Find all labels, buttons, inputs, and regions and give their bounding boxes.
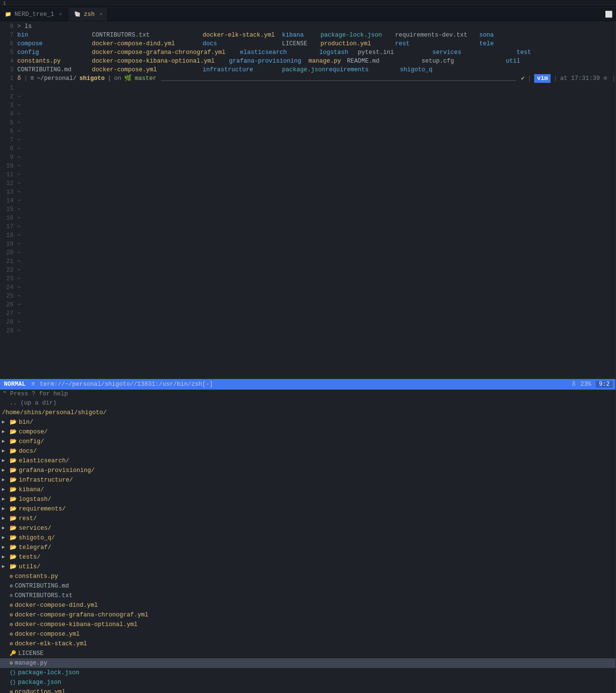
ls-row-5: CONTRIBUTING.md docker-compose.yml infra…	[17, 65, 616, 74]
nerdtree-updir[interactable]: .. (up a dir)	[0, 398, 616, 408]
nerdtree-folder-bin[interactable]: ▶ 📂 bin/	[0, 418, 616, 427]
vim-statusbar: NORMAL ≡ term://~/personal/shigoto//1383…	[0, 379, 616, 390]
zsh-tab-icon: 🐚	[74, 11, 81, 17]
nerdtree-file-docker-elk[interactable]: ⚙ docker-elk-stack.yml	[0, 639, 616, 649]
nerdtree-folder-config[interactable]: ▶ 📂 config/	[0, 437, 616, 446]
ls-row-3: config docker-compose-grafana-chronograf…	[17, 48, 616, 57]
tab-nerdtree[interactable]: 📁 NERD_tree_1 ×	[0, 8, 67, 21]
delta-icon: δ	[572, 381, 576, 388]
nerdtree-folder-compose[interactable]: ▶ 📂 compose/	[0, 427, 616, 437]
ls-row-1: bin CONTRIBUTORS.txt docker-elk-stack.ym…	[17, 31, 616, 39]
delta-symbol: δ	[17, 74, 21, 83]
nerdtree-root-item[interactable]: /home/shins/personal/shigoto/	[0, 408, 616, 418]
tab-zsh[interactable]: 🐚 zsh ×	[69, 8, 108, 21]
nerdtree-file-license[interactable]: 🔑 LICENSE	[0, 649, 616, 658]
nerdtree-close-btn[interactable]: ×	[59, 12, 63, 17]
app-window: 1 📁 NERD_tree_1 × 🐚 zsh × ⬜ 8 >	[0, 0, 616, 693]
nerdtree-folder-shigoto_q[interactable]: ▶ 📂 shigoto_q/	[0, 533, 616, 543]
nerdtree-folder-elasticsearch[interactable]: ▶ 📂 elasticsearch/	[0, 456, 616, 466]
nerdtree-file-production[interactable]: ⚙ production.yml	[0, 687, 616, 693]
nerdtree-root-label: /home/shins/personal/shigoto/	[2, 408, 107, 418]
nerdtree-file-docker-compose[interactable]: ⚙ docker-compose.yml	[0, 629, 616, 639]
terminal-section: 8 > ls 7 bin CONTRIBUTORS.txt docker-elk…	[0, 21, 616, 84]
statusbar-position: 9:2	[596, 381, 613, 388]
maximize-icon[interactable]: ⬜	[605, 11, 613, 18]
nerdtree-folder-kibana[interactable]: ▶ 📂 kibana/	[0, 485, 616, 495]
nerdtree-file-constants[interactable]: ⚙ constants.py	[0, 572, 616, 581]
hint-text: " Press ? for help	[3, 391, 68, 397]
nerdtree-tab-label: NERD_tree_1	[14, 11, 54, 18]
nerdtree-folder-rest[interactable]: ▶ 📂 rest/	[0, 514, 616, 523]
nerdtree-folder-docs[interactable]: ▶ 📂 docs/	[0, 446, 616, 456]
window-number: 1	[3, 0, 6, 6]
nerdtree-file-package-json[interactable]: {} package.json	[0, 678, 616, 687]
nerdtree-pane[interactable]: .. (up a dir) /home/shins/personal/shigo…	[0, 398, 616, 693]
tab-bar: 📁 NERD_tree_1 × 🐚 zsh × ⬜	[0, 7, 616, 21]
vim-edit-area[interactable]: 1 2~ 3~ 4~ 5~ 6~ 7~ 8~ 9~ 10~ 11~ 12~ 13…	[0, 84, 616, 379]
nerdtree-folder-telegraf[interactable]: ▶ 📂 telegraf/	[0, 543, 616, 552]
nerdtree-folder-logstash[interactable]: ▶ 📂 logstash/	[0, 495, 616, 504]
nerdtree-file-contributors-txt[interactable]: ≡ CONTRIBUTORS.txt	[0, 591, 616, 601]
nerdtree-folder-grafana[interactable]: ▶ 📂 grafana-provisioning/	[0, 466, 616, 475]
nerdtree-folder-infrastructure[interactable]: ▶ 📂 infrastructure/	[0, 475, 616, 485]
vim-filepath: term://~/personal/shigoto//13831:/usr/bi…	[40, 381, 569, 388]
nerdtree-folder-requirements[interactable]: ▶ 📂 requirements/	[0, 504, 616, 514]
nerdtree-file-contributing-md[interactable]: ⚙ CONTRIBUTING.md	[0, 581, 616, 591]
statusbar-percent: 23%	[580, 381, 591, 388]
pane-split: 8 > ls 7 bin CONTRIBUTORS.txt docker-elk…	[0, 21, 616, 693]
nerdtree-file-docker-grafana[interactable]: ⚙ docker-compose-grafana-chronograf.yml	[0, 610, 616, 620]
nerdtree-file-manage[interactable]: ⚙ manage.py	[0, 658, 616, 668]
nerdtree-folder-tests[interactable]: ▶ 📂 tests/	[0, 552, 616, 562]
ls-command: > ls	[17, 22, 32, 31]
nerdtree-folder-services[interactable]: ▶ 📂 services/	[0, 523, 616, 533]
nerdtree-folder-utils[interactable]: ▶ 📂 utils/	[0, 562, 616, 572]
top-bar: 1	[0, 0, 616, 7]
vim-mode: NORMAL	[3, 381, 26, 388]
nerdtree-file-docker-dind[interactable]: ⚙ docker-compose-dind.yml	[0, 601, 616, 610]
zsh-tab-label: zsh	[84, 11, 95, 18]
nerdtree-tab-icon: 📁	[5, 11, 12, 17]
nerdtree-file-package-lock[interactable]: {} package-lock.json	[0, 668, 616, 678]
nerdtree-file-docker-kibana[interactable]: ⚙ docker-compose-kibana-optional.yml	[0, 620, 616, 629]
ls-row-2: compose docker-compose-dind.yml docs LIC…	[17, 39, 616, 48]
updir-label: .. (up a dir)	[10, 398, 57, 408]
hint-bar: " Press ? for help	[0, 390, 616, 398]
vim-left-panel: 8 > ls 7 bin CONTRIBUTORS.txt docker-elk…	[0, 21, 616, 693]
ls-row-4: constants.py docker-compose-kibana-optio…	[17, 57, 616, 65]
vim-prompt-line: δ | ≡ ~/personal/shigoto | on 🌿 master ✔…	[17, 74, 616, 83]
zsh-close-btn[interactable]: ×	[100, 12, 103, 17]
